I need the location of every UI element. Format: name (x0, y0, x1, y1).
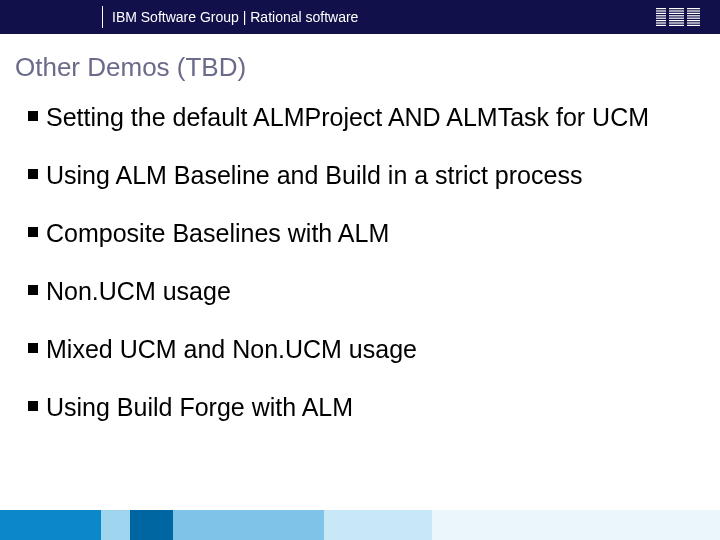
header-bar: IBM Software Group | Rational software (0, 0, 720, 34)
bullet-text: Setting the default ALMProject AND ALMTa… (46, 101, 649, 133)
svg-rect-9 (684, 8, 687, 26)
footer-decoration (0, 510, 720, 540)
svg-rect-3 (656, 15, 700, 16)
slide-title: Other Demos (TBD) (0, 34, 720, 93)
header-text: IBM Software Group | Rational software (112, 9, 358, 25)
list-item: Using Build Forge with ALM (28, 391, 700, 423)
bullet-text: Composite Baselines with ALM (46, 217, 389, 249)
bullet-icon (28, 111, 38, 121)
bullet-icon (28, 401, 38, 411)
svg-rect-2 (656, 13, 700, 14)
bullet-icon (28, 169, 38, 179)
bullet-icon (28, 285, 38, 295)
list-item: Non.UCM usage (28, 275, 700, 307)
svg-rect-1 (656, 10, 700, 11)
bullet-text: Using Build Forge with ALM (46, 391, 353, 423)
svg-rect-0 (656, 8, 700, 9)
bullet-text: Using ALM Baseline and Build in a strict… (46, 159, 582, 191)
svg-rect-7 (656, 25, 700, 26)
header-divider (102, 6, 103, 28)
svg-rect-5 (656, 20, 700, 21)
list-item: Mixed UCM and Non.UCM usage (28, 333, 700, 365)
svg-rect-8 (666, 8, 669, 26)
ibm-logo-icon (656, 8, 700, 26)
content-area: Setting the default ALMProject AND ALMTa… (0, 93, 720, 423)
svg-rect-6 (656, 22, 700, 23)
list-item: Setting the default ALMProject AND ALMTa… (28, 101, 700, 133)
bullet-text: Mixed UCM and Non.UCM usage (46, 333, 417, 365)
svg-rect-4 (656, 18, 700, 19)
list-item: Composite Baselines with ALM (28, 217, 700, 249)
list-item: Using ALM Baseline and Build in a strict… (28, 159, 700, 191)
bullet-text: Non.UCM usage (46, 275, 231, 307)
bullet-icon (28, 227, 38, 237)
bullet-icon (28, 343, 38, 353)
